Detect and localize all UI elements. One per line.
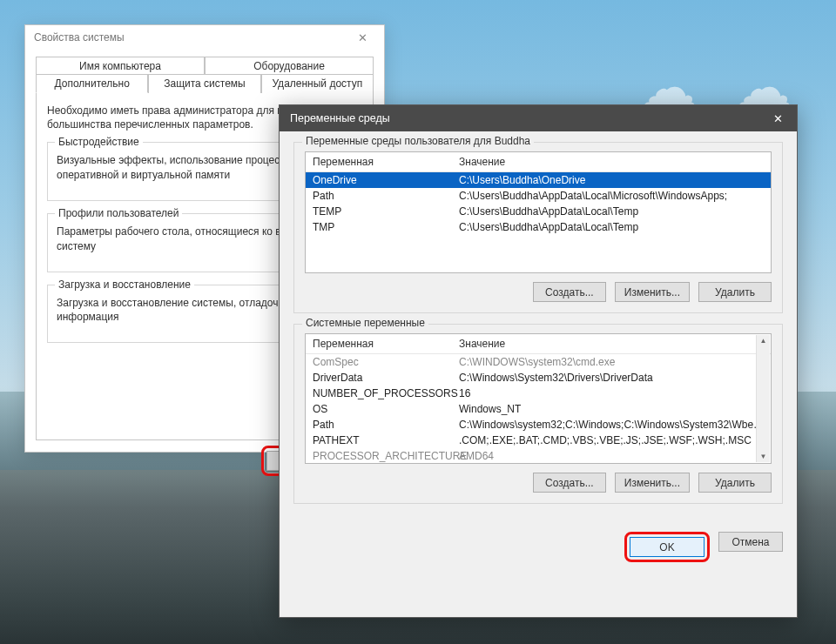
tab-advanced[interactable]: Дополнительно bbox=[36, 74, 148, 93]
col-variable[interactable]: Переменная bbox=[313, 338, 459, 350]
table-row[interactable]: PATHEXT.COM;.EXE;.BAT;.CMD;.VBS;.VBE;.JS… bbox=[306, 433, 771, 448]
sysprops-titlebar[interactable]: Свойства системы ✕ bbox=[25, 25, 384, 50]
user-vars-group: Переменные среды пользователя для Buddha… bbox=[293, 142, 783, 313]
var-name: TMP bbox=[313, 221, 459, 233]
table-row[interactable]: PathC:\Users\Buddha\AppData\Local\Micros… bbox=[306, 188, 771, 204]
var-name: Path bbox=[313, 419, 459, 431]
tab-computer-name[interactable]: Имя компьютера bbox=[36, 57, 205, 75]
var-value: C:\Windows\system32;C:\Windows;C:\Window… bbox=[459, 419, 771, 431]
table-row[interactable]: PathC:\Windows\system32;C:\Windows;C:\Wi… bbox=[306, 417, 771, 433]
var-name: NUMBER_OF_PROCESSORS bbox=[313, 387, 459, 399]
var-value: C:\Users\Buddha\AppData\Local\Temp bbox=[459, 221, 771, 233]
tab-hardware[interactable]: Оборудование bbox=[205, 57, 374, 75]
var-name: PATHEXT bbox=[313, 434, 459, 446]
env-titlebar[interactable]: Переменные среды ✕ bbox=[280, 105, 797, 131]
edit-user-var-button[interactable]: Изменить... bbox=[615, 282, 690, 302]
col-value[interactable]: Значение bbox=[459, 156, 771, 168]
var-value: Windows_NT bbox=[459, 403, 771, 415]
table-row[interactable]: DriverDataC:\Windows\System32\Drivers\Dr… bbox=[306, 370, 771, 386]
sysprops-title: Свойства системы bbox=[34, 31, 125, 44]
list-header[interactable]: Переменная Значение bbox=[306, 334, 771, 354]
tab-remote[interactable]: Удаленный доступ bbox=[261, 74, 374, 93]
scroll-up-icon[interactable]: ▲ bbox=[760, 337, 767, 345]
system-vars-list[interactable]: Переменная Значение ComSpecC:\WINDOWS\sy… bbox=[305, 333, 772, 464]
var-value: .COM;.EXE;.BAT;.CMD;.VBS;.VBE;.JS;.JSE;.… bbox=[459, 434, 771, 446]
env-footer: OK Отмена bbox=[280, 525, 797, 574]
edit-sys-var-button[interactable]: Изменить... bbox=[615, 473, 690, 493]
close-icon[interactable]: ✕ bbox=[758, 105, 797, 131]
system-vars-group: Системные переменные Переменная Значение… bbox=[293, 324, 783, 504]
close-icon[interactable]: ✕ bbox=[347, 28, 377, 47]
system-vars-group-title: Системные переменные bbox=[302, 317, 428, 329]
var-name: Path bbox=[313, 190, 459, 202]
var-value: C:\WINDOWS\system32\cmd.exe bbox=[459, 356, 771, 368]
var-name: PROCESSOR_ARCHITECTURE bbox=[313, 450, 459, 462]
var-value: C:\Users\Buddha\OneDrive bbox=[459, 174, 771, 186]
group-startup-title: Загрузка и восстановление bbox=[55, 278, 194, 291]
col-variable[interactable]: Переменная bbox=[313, 156, 459, 168]
var-name: OS bbox=[313, 403, 459, 415]
delete-sys-var-button[interactable]: Удалить bbox=[698, 473, 772, 493]
environment-variables-dialog: Переменные среды ✕ Переменные среды поль… bbox=[279, 104, 798, 618]
var-value: AMD64 bbox=[459, 450, 771, 462]
delete-user-var-button[interactable]: Удалить bbox=[698, 282, 772, 302]
cancel-button[interactable]: Отмена bbox=[718, 532, 783, 552]
table-row[interactable]: NUMBER_OF_PROCESSORS16 bbox=[306, 386, 771, 401]
col-value[interactable]: Значение bbox=[459, 338, 771, 350]
var-name: OneDrive bbox=[313, 174, 459, 186]
scrollbar[interactable]: ▲ ▼ bbox=[756, 335, 770, 462]
var-name: DriverData bbox=[313, 372, 459, 384]
table-row[interactable]: PROCESSOR_ARCHITECTUREAMD64 bbox=[306, 448, 771, 464]
list-header[interactable]: Переменная Значение bbox=[306, 152, 771, 172]
group-performance-title: Быстродействие bbox=[55, 136, 143, 148]
user-vars-list[interactable]: Переменная Значение OneDriveC:\Users\Bud… bbox=[305, 151, 772, 273]
var-value: C:\Users\Buddha\AppData\Local\Microsoft\… bbox=[459, 190, 771, 202]
table-row[interactable]: TEMPC:\Users\Buddha\AppData\Local\Temp bbox=[306, 204, 771, 219]
var-value: C:\Users\Buddha\AppData\Local\Temp bbox=[459, 205, 771, 218]
table-row[interactable]: TMPC:\Users\Buddha\AppData\Local\Temp bbox=[306, 219, 771, 235]
user-vars-group-title: Переменные среды пользователя для Buddha bbox=[302, 135, 534, 147]
highlight-marker: OK bbox=[624, 532, 710, 562]
var-value: 16 bbox=[459, 387, 771, 399]
var-name: TEMP bbox=[313, 205, 459, 218]
var-name: ComSpec bbox=[313, 356, 459, 368]
scroll-down-icon[interactable]: ▼ bbox=[760, 453, 767, 460]
var-value: C:\Windows\System32\Drivers\DriverData bbox=[459, 372, 771, 384]
group-profiles-title: Профили пользователей bbox=[55, 207, 182, 219]
table-row[interactable]: ComSpecC:\WINDOWS\system32\cmd.exe bbox=[306, 354, 771, 370]
table-row[interactable]: OSWindows_NT bbox=[306, 401, 771, 417]
ok-button[interactable]: OK bbox=[630, 537, 705, 557]
table-row[interactable]: OneDriveC:\Users\Buddha\OneDrive bbox=[306, 172, 771, 188]
env-title: Переменные среды bbox=[290, 112, 390, 124]
tab-system-protection[interactable]: Защита системы bbox=[148, 74, 260, 93]
new-sys-var-button[interactable]: Создать... bbox=[533, 473, 606, 493]
new-user-var-button[interactable]: Создать... bbox=[533, 282, 606, 302]
